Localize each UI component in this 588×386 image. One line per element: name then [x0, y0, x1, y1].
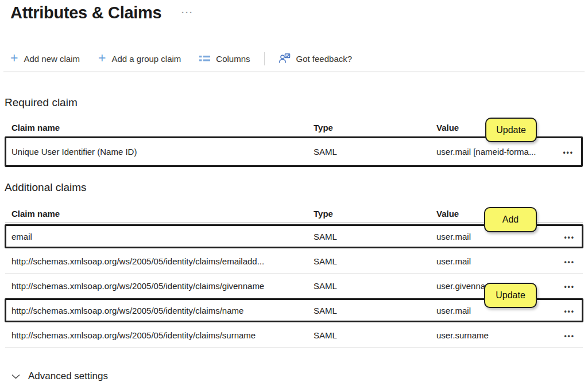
columns-label: Columns [216, 54, 250, 64]
title-more-icon[interactable]: ··· [181, 7, 194, 17]
plus-icon: + [98, 52, 106, 64]
claim-name-cell: http://schemas.xmlsoap.org/ws/2005/05/id… [11, 306, 314, 315]
claim-name-cell: http://schemas.xmlsoap.org/ws/2005/05/id… [11, 330, 314, 340]
claim-type-cell: SAML [314, 306, 436, 315]
column-header-claim-name: Claim name [11, 209, 314, 219]
claim-row-surname[interactable]: http://schemas.xmlsoap.org/ws/2005/05/id… [5, 323, 583, 348]
claim-name-cell: http://schemas.xmlsoap.org/ws/2005/05/id… [11, 256, 314, 266]
claim-name-cell: email [11, 232, 314, 241]
columns-button[interactable]: Columns [190, 49, 259, 68]
plus-icon: + [10, 52, 18, 64]
toolbar-underline [3, 71, 585, 72]
add-new-claim-label: Add new claim [24, 54, 80, 64]
toolbar-divider [264, 52, 265, 65]
claim-type-cell: SAML [314, 232, 436, 241]
annotation-update-name-claim: Update [484, 283, 537, 308]
got-feedback-label: Got feedback? [296, 54, 353, 64]
column-header-type: Type [314, 123, 436, 132]
claim-type-cell: SAML [314, 147, 436, 157]
more-options-icon[interactable]: ••• [564, 258, 575, 266]
more-options-icon[interactable]: ••• [564, 307, 575, 315]
more-options-icon[interactable]: ••• [564, 332, 575, 340]
feedback-icon [278, 53, 291, 64]
claim-type-cell: SAML [314, 330, 436, 340]
column-header-claim-name: Claim name [11, 123, 314, 132]
claim-value-cell: user.surname [436, 330, 547, 340]
annotation-add-email-claim: Add [484, 207, 537, 232]
claim-type-cell: SAML [314, 281, 436, 291]
columns-icon [199, 54, 210, 63]
more-options-icon[interactable]: ••• [564, 283, 575, 291]
advanced-settings-label: Advanced settings [28, 371, 108, 382]
claim-name-cell: Unique User Identifier (Name ID) [11, 147, 314, 157]
claim-name-cell: http://schemas.xmlsoap.org/ws/2005/05/id… [11, 281, 314, 291]
claim-type-cell: SAML [314, 256, 436, 266]
add-group-claim-label: Add a group claim [111, 54, 181, 64]
got-feedback-button[interactable]: Got feedback? [269, 49, 362, 68]
column-header-type: Type [314, 209, 436, 219]
more-options-icon[interactable]: ••• [563, 149, 574, 157]
add-new-claim-button[interactable]: + Add new claim [10, 49, 89, 68]
additional-claims-heading: Additional claims [5, 181, 87, 194]
more-options-icon[interactable]: ••• [564, 233, 575, 241]
attributes-claims-page: Attributes & Claims ··· + Add new claim … [0, 0, 588, 386]
claim-value-cell: user.mail [436, 232, 547, 241]
claim-value-cell: user.mail [436, 256, 547, 266]
page-title: Attributes & Claims [10, 3, 161, 22]
advanced-settings-toggle[interactable]: Advanced settings [11, 368, 108, 384]
command-bar: + Add new claim + Add a group claim Colu… [10, 49, 361, 68]
required-claim-heading: Required claim [5, 96, 78, 109]
chevron-down-icon [11, 374, 20, 379]
annotation-update-required-claim: Update [485, 118, 537, 142]
add-group-claim-button[interactable]: + Add a group claim [89, 49, 190, 68]
claim-value-cell: user.mail [nameid-forma... [436, 147, 546, 157]
claim-row-emailaddress[interactable]: http://schemas.xmlsoap.org/ws/2005/05/id… [5, 249, 583, 274]
